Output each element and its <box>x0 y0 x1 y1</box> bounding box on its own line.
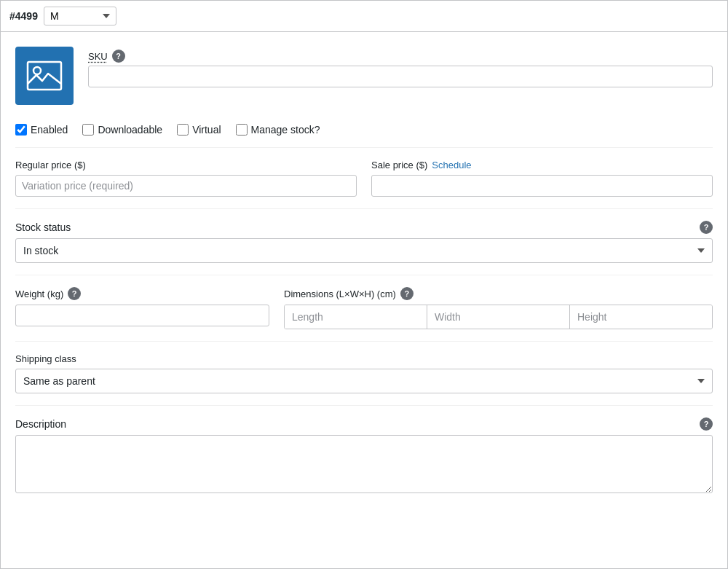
dimensions-inputs <box>284 305 713 329</box>
variation-select[interactable]: M S L XL <box>44 7 116 25</box>
description-section: Description ? <box>15 406 713 507</box>
stock-help-icon[interactable]: ? <box>700 221 713 234</box>
description-label-row: Description ? <box>15 417 713 431</box>
stock-label: Stock status <box>15 221 71 233</box>
manage-stock-label: Manage stock? <box>251 124 320 136</box>
sale-price-label-row: Sale price ($) Schedule <box>371 160 713 170</box>
length-input[interactable] <box>285 305 427 329</box>
dimensions-help-icon[interactable]: ? <box>400 287 414 300</box>
virtual-checkbox-item[interactable]: Virtual <box>177 124 221 136</box>
pricing-row: Regular price ($) Sale price ($) Schedul… <box>15 160 713 197</box>
svg-rect-0 <box>28 62 61 90</box>
height-input[interactable] <box>570 305 712 329</box>
regular-price-label-row: Regular price ($) <box>15 160 357 170</box>
shipping-label: Shipping class <box>15 353 713 364</box>
weight-label: Weight (kg) <box>15 289 63 299</box>
weight-dim-section: Weight (kg) ? Dimensions (L×W×H) (cm) ? <box>15 275 713 342</box>
virtual-checkbox[interactable] <box>177 124 189 136</box>
svg-point-1 <box>33 67 41 74</box>
top-row: SKU ? <box>15 47 713 105</box>
dimensions-label-row: Dimensions (L×W×H) (cm) ? <box>284 287 713 300</box>
virtual-label: Virtual <box>192 124 221 136</box>
sku-header: SKU ? <box>88 50 713 63</box>
regular-price-input[interactable] <box>15 175 357 197</box>
sku-help-icon[interactable]: ? <box>112 50 125 63</box>
enabled-checkbox-item[interactable]: Enabled <box>15 124 68 136</box>
pricing-section: Regular price ($) Sale price ($) Schedul… <box>15 148 713 209</box>
main-content: SKU ? Enabled Downloadable Virtual <box>1 32 727 522</box>
downloadable-checkbox[interactable] <box>82 124 94 136</box>
enabled-label: Enabled <box>31 124 68 136</box>
manage-stock-checkbox-item[interactable]: Manage stock? <box>236 124 320 136</box>
stock-label-row: Stock status ? <box>15 221 713 234</box>
sale-price-input[interactable] <box>371 175 713 197</box>
description-help-icon[interactable]: ? <box>700 417 713 431</box>
variation-id: #4499 <box>9 10 38 22</box>
shipping-class-label: Shipping class <box>15 353 76 364</box>
sku-section: SKU ? <box>88 47 713 87</box>
weight-col: Weight (kg) ? <box>15 287 269 329</box>
checkboxes-row: Enabled Downloadable Virtual Manage stoc… <box>15 117 713 148</box>
width-input[interactable] <box>427 305 570 329</box>
stock-select-wrapper: In stock Out of stock On backorder <box>15 238 713 263</box>
description-label: Description <box>15 418 66 430</box>
sale-price-label: Sale price ($) <box>371 160 427 170</box>
variation-form: #4499 M S L XL SKU <box>0 0 728 569</box>
weight-label-row: Weight (kg) ? <box>15 287 269 300</box>
product-image-upload[interactable] <box>15 47 74 105</box>
dimensions-col: Dimensions (L×W×H) (cm) ? <box>284 287 713 329</box>
shipping-class-select[interactable]: Same as parent No shipping class <box>15 369 713 393</box>
manage-stock-checkbox[interactable] <box>236 124 248 136</box>
regular-price-col: Regular price ($) <box>15 160 357 197</box>
downloadable-label: Downloadable <box>98 124 162 136</box>
description-textarea[interactable] <box>15 435 713 493</box>
dimensions-label: Dimensions (L×W×H) (cm) <box>284 289 396 299</box>
stock-select[interactable]: In stock Out of stock On backorder <box>15 238 713 263</box>
weight-help-icon[interactable]: ? <box>68 287 81 300</box>
sku-input[interactable] <box>88 66 713 87</box>
regular-price-label: Regular price ($) <box>15 160 86 170</box>
shipping-section: Shipping class Same as parent No shippin… <box>15 342 713 406</box>
header-bar: #4499 M S L XL <box>1 1 727 32</box>
weight-input[interactable] <box>15 305 269 326</box>
downloadable-checkbox-item[interactable]: Downloadable <box>82 124 162 136</box>
stock-section: Stock status ? In stock Out of stock On … <box>15 209 713 275</box>
schedule-link[interactable]: Schedule <box>432 160 471 170</box>
sku-label: SKU <box>88 51 108 62</box>
shipping-select-wrapper: Same as parent No shipping class <box>15 369 713 393</box>
enabled-checkbox[interactable] <box>15 124 27 136</box>
weight-dim-row: Weight (kg) ? Dimensions (L×W×H) (cm) ? <box>15 287 713 329</box>
sale-price-col: Sale price ($) Schedule <box>371 160 713 197</box>
